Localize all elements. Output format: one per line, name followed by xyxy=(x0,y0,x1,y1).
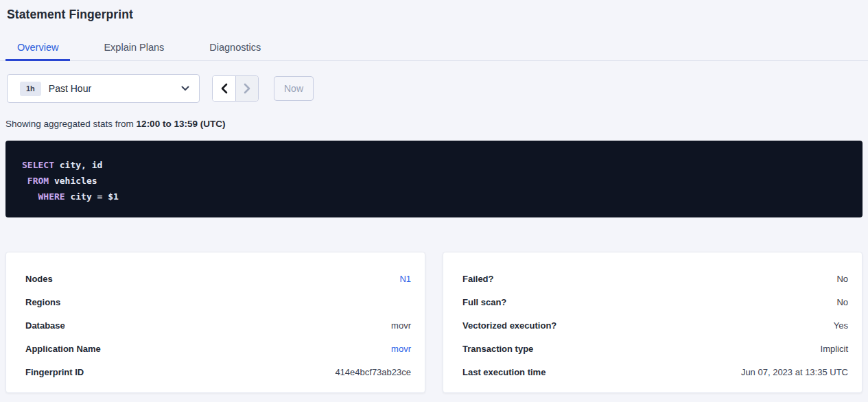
vectorized-execution-label: Vectorized execution? xyxy=(462,320,556,331)
stats-range: 12:00 to 13:59 (UTC) xyxy=(137,119,226,129)
regions-row: Regions xyxy=(25,290,411,314)
summary-cards: NodesN1RegionsDatabasemovrApplication Na… xyxy=(5,252,863,393)
last-execution-time-label: Last execution time xyxy=(462,367,546,377)
tab-bar: OverviewExplain PlansDiagnostics xyxy=(0,42,868,61)
sql-keyword: WHERE xyxy=(38,191,64,202)
chevron-left-icon xyxy=(220,83,228,94)
sql-statement-box: SELECT city, id FROM vehicles WHERE city… xyxy=(5,141,863,217)
database-value: movr xyxy=(391,320,411,331)
nodes-row: NodesN1 xyxy=(25,267,411,290)
chevron-down-icon xyxy=(181,86,189,91)
statement-fingerprint-page: Statement Fingerprint OverviewExplain Pl… xyxy=(0,8,868,402)
tab-overview[interactable]: Overview xyxy=(5,42,70,61)
time-controls: 1h Past Hour Now xyxy=(7,74,868,103)
sql-text: vehicles xyxy=(49,176,97,186)
sql-text xyxy=(22,176,27,186)
vectorized-execution-value: Yes xyxy=(834,320,848,331)
transaction-type-value: Implicit xyxy=(821,344,848,354)
application-name-row: Application Namemovr xyxy=(25,337,411,360)
nodes-label: Nodes xyxy=(25,274,53,284)
database-row: Databasemovr xyxy=(25,314,411,337)
fingerprint-id-label: Fingerprint ID xyxy=(25,367,84,377)
sql-statement-text: SELECT city, id FROM vehicles WHERE city… xyxy=(22,157,852,204)
full-scan-label: Full scan? xyxy=(462,297,506,307)
prev-interval-button[interactable] xyxy=(213,76,235,101)
sql-keyword: SELECT xyxy=(22,160,54,170)
sql-text: city = $1 xyxy=(65,191,119,202)
database-label: Database xyxy=(25,320,65,331)
tab-explain-plans[interactable]: Explain Plans xyxy=(92,42,176,61)
now-button[interactable]: Now xyxy=(274,76,314,101)
aggregated-stats-summary: Showing aggregated stats from 12:00 to 1… xyxy=(5,119,868,129)
execution-attributes-card: Failed?NoFull scan?NoVectorized executio… xyxy=(443,252,863,393)
stats-prefix: Showing aggregated stats from xyxy=(5,119,137,129)
regions-label: Regions xyxy=(25,297,60,307)
statement-details-card: NodesN1RegionsDatabasemovrApplication Na… xyxy=(5,252,425,393)
failed-row: Failed?No xyxy=(462,267,848,290)
last-execution-time-row: Last execution timeJun 07, 2023 at 13:35… xyxy=(462,360,848,383)
time-interval-badge: 1h xyxy=(20,82,41,96)
last-execution-time-value: Jun 07, 2023 at 13:35 UTC xyxy=(741,367,848,377)
transaction-type-row: Transaction typeImplicit xyxy=(462,337,848,360)
sql-text xyxy=(22,191,38,202)
time-interval-dropdown[interactable]: 1h Past Hour xyxy=(7,74,200,103)
tab-diagnostics[interactable]: Diagnostics xyxy=(198,42,272,61)
transaction-type-label: Transaction type xyxy=(462,344,533,354)
page-title: Statement Fingerprint xyxy=(7,8,868,22)
next-interval-button[interactable] xyxy=(235,76,258,101)
time-range-nav xyxy=(212,75,259,102)
sql-keyword: FROM xyxy=(27,176,49,186)
vectorized-execution-row: Vectorized execution?Yes xyxy=(462,314,848,337)
application-name-label: Application Name xyxy=(25,344,101,354)
failed-value: No xyxy=(836,274,848,284)
chevron-right-icon xyxy=(244,83,251,94)
full-scan-value: No xyxy=(836,297,848,307)
failed-label: Failed? xyxy=(462,274,494,284)
nodes-value-link[interactable]: N1 xyxy=(399,274,411,284)
fingerprint-id-value: 414e4bcf73ab23ce xyxy=(335,367,411,377)
application-name-value-link[interactable]: movr xyxy=(391,344,411,354)
fingerprint-id-row: Fingerprint ID414e4bcf73ab23ce xyxy=(25,360,411,383)
time-interval-label: Past Hour xyxy=(49,83,181,94)
sql-text: city, id xyxy=(54,160,102,170)
full-scan-row: Full scan?No xyxy=(462,290,848,314)
